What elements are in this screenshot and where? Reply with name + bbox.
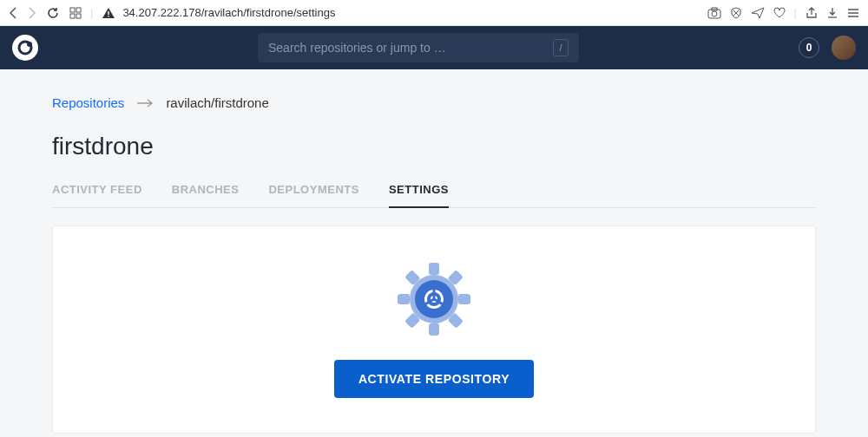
svg-point-7 xyxy=(712,11,717,16)
avatar[interactable] xyxy=(832,36,856,60)
grid-icon[interactable] xyxy=(69,7,82,19)
svg-rect-13 xyxy=(398,294,410,304)
back-icon[interactable] xyxy=(9,7,17,19)
svg-rect-1 xyxy=(76,8,81,12)
arrow-right-icon xyxy=(136,99,154,108)
breadcrumb-root[interactable]: Repositories xyxy=(52,95,124,110)
notification-count[interactable]: 0 xyxy=(799,37,819,58)
search-input[interactable] xyxy=(268,41,544,55)
svg-rect-5 xyxy=(108,16,109,16)
url-text[interactable]: 34.207.222.178/ravilach/firstdrone/setti… xyxy=(122,6,335,19)
download-icon[interactable] xyxy=(826,7,838,19)
forward-icon[interactable] xyxy=(28,7,36,19)
tab-branches[interactable]: BRANCHES xyxy=(172,183,240,207)
search-box[interactable]: / xyxy=(258,33,579,62)
app-header: / 0 xyxy=(0,26,868,69)
insecure-icon[interactable] xyxy=(102,7,115,19)
svg-rect-12 xyxy=(429,323,439,336)
svg-rect-2 xyxy=(70,14,75,18)
settings-panel: ACTIVATE REPOSITORY xyxy=(52,225,816,434)
activate-repository-button[interactable]: ACTIVATE REPOSITORY xyxy=(334,360,534,398)
search-kbd-hint: / xyxy=(553,39,569,56)
menu-icon[interactable] xyxy=(847,7,859,19)
camera-icon[interactable] xyxy=(707,7,721,19)
tabs: ACTIVITY FEED BRANCHES DEPLOYMENTS SETTI… xyxy=(52,183,816,208)
svg-rect-4 xyxy=(108,11,109,15)
tab-settings[interactable]: SETTINGS xyxy=(389,183,449,208)
send-icon[interactable] xyxy=(751,7,765,19)
tab-deployments[interactable]: DEPLOYMENTS xyxy=(268,183,358,207)
app-logo[interactable] xyxy=(12,35,38,61)
svg-rect-3 xyxy=(76,14,81,18)
svg-point-10 xyxy=(27,42,32,47)
heart-icon[interactable] xyxy=(773,7,786,19)
shield-icon[interactable] xyxy=(730,7,742,19)
page-title: firstdrone xyxy=(52,133,816,160)
breadcrumb: Repositories ravilach/firstdrone xyxy=(52,95,816,110)
svg-rect-0 xyxy=(70,8,75,12)
gear-icon xyxy=(396,261,472,337)
share-icon[interactable] xyxy=(806,7,818,19)
breadcrumb-current: ravilach/firstdrone xyxy=(166,95,268,110)
svg-rect-11 xyxy=(429,263,439,275)
tab-activity-feed[interactable]: ACTIVITY FEED xyxy=(52,183,142,207)
browser-toolbar: | 34.207.222.178/ravilach/firstdrone/set… xyxy=(0,0,868,26)
svg-rect-14 xyxy=(458,294,470,304)
reload-icon[interactable] xyxy=(47,7,59,19)
